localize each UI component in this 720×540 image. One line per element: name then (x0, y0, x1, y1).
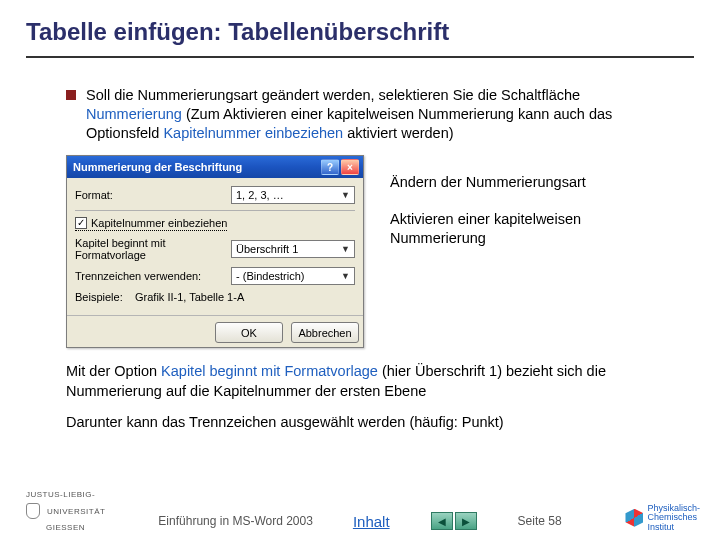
prev-slide-button[interactable] (431, 512, 453, 530)
paragraph-separator: Darunter kann das Trennzeichen ausgewähl… (66, 413, 660, 432)
chevron-down-icon: ▼ (341, 244, 350, 254)
page-number: Seite 58 (518, 514, 562, 528)
cancel-button[interactable]: Abbrechen (291, 322, 359, 343)
title-rule (26, 56, 694, 58)
format-value: 1, 2, 3, … (236, 189, 284, 201)
institute-logo: Physikalisch- Chemisches Institut (625, 504, 700, 532)
nav-buttons (430, 512, 478, 530)
bullet-marker-icon (66, 90, 76, 100)
chapter-style-value: Überschrift 1 (236, 243, 298, 255)
dialog-titlebar: Nummerierung der Beschriftung ? × (67, 156, 363, 178)
bullet-item: Soll die Nummerierungsart geändert werde… (66, 86, 660, 143)
checkbox-label: Kapitelnummer einbeziehen (91, 217, 227, 229)
note-change-numbering: Ändern der Nummerierungsart (390, 173, 660, 192)
bullet-text: Soll die Nummerierungsart geändert werde… (86, 86, 660, 143)
note-chapter-numbering: Aktivieren einer kapitelweisen Nummerier… (390, 210, 660, 248)
chevron-down-icon: ▼ (341, 271, 350, 281)
footer-line: Einführung in MS-Word 2003 Inhalt Seite … (0, 512, 720, 530)
format-label: Format: (75, 189, 225, 201)
paragraph-option: Mit der Option Kapitel beginnt mit Forma… (66, 362, 660, 400)
chapter-style-label: Kapitel beginnt mit Formatvorlage (75, 237, 225, 261)
side-notes: Ändern der Nummerierungsart Aktivieren e… (390, 155, 660, 266)
dialog-nummerierung: Nummerierung der Beschriftung ? × Format… (66, 155, 364, 348)
format-select[interactable]: 1, 2, 3, … ▼ (231, 186, 355, 204)
separator-value: - (Bindestrich) (236, 270, 304, 282)
content-area: Soll die Nummerierungsart geändert werde… (26, 86, 694, 432)
separator-label: Trennzeichen verwenden: (75, 270, 225, 282)
checkbox-icon: ✓ (75, 217, 87, 229)
example-value: Grafik II-1, Tabelle 1-A (135, 291, 244, 303)
next-slide-button[interactable] (455, 512, 477, 530)
dialog-button-row: OK Abbrechen (67, 315, 363, 347)
bullet-text-post: aktiviert werden) (343, 125, 453, 141)
bullet-text-pre: Soll die Nummerierungsart geändert werde… (86, 87, 580, 103)
help-icon[interactable]: ? (321, 159, 339, 175)
course-name: Einführung in MS-Word 2003 (158, 514, 313, 528)
dialog-body: Format: 1, 2, 3, … ▼ ✓ Kapitelnummer ein… (67, 178, 363, 315)
slide: Tabelle einfügen: Tabellenüberschrift So… (0, 0, 720, 540)
dialog-title: Nummerierung der Beschriftung (73, 161, 242, 173)
keyword-formatvorlage: Kapitel beginnt mit Formatvorlage (161, 363, 378, 379)
keyword-nummerierung: Nummerierung (86, 106, 182, 122)
institute-text: Physikalisch- Chemisches Institut (647, 504, 700, 532)
chapter-style-select[interactable]: Überschrift 1 ▼ (231, 240, 355, 258)
toc-link[interactable]: Inhalt (353, 513, 390, 530)
example-label: Beispiele: (75, 291, 129, 303)
mid-row: Nummerierung der Beschriftung ? × Format… (66, 155, 660, 348)
slide-title: Tabelle einfügen: Tabellenüberschrift (26, 18, 694, 46)
keyword-kapitelnummer: Kapitelnummer einbeziehen (163, 125, 343, 141)
checkbox-kapitelnummer[interactable]: ✓ Kapitelnummer einbeziehen (75, 217, 227, 231)
ok-button[interactable]: OK (215, 322, 283, 343)
chevron-down-icon: ▼ (341, 190, 350, 200)
uni-line1: JUSTUS-LIEBIG- (26, 490, 95, 499)
inst-line3: Institut (647, 523, 700, 532)
close-icon[interactable]: × (341, 159, 359, 175)
institute-hex-icon (625, 509, 643, 527)
para1-pre: Mit der Option (66, 363, 161, 379)
separator-select[interactable]: - (Bindestrich) ▼ (231, 267, 355, 285)
footer: JUSTUS-LIEBIG- UNIVERSITÄT GIESSEN (0, 480, 720, 540)
